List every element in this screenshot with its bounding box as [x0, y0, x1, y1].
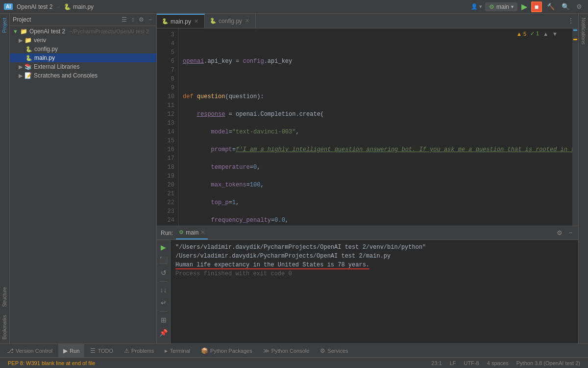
editor-wrapper: 3 4 5 6 7 8 9 10 11 12 13 14 15 16 17 18 — [157, 28, 578, 226]
right-panel-strip: Notifications — [578, 14, 588, 343]
title-actions: 👤 ▾ ⚙ main ▾ ▶ ■ 🔨 🔍 ⚙ — [471, 1, 584, 12]
todo-icon: ☰ — [90, 347, 96, 354]
code-line-10: temperature=0, — [183, 163, 568, 172]
code-line-11: max_tokens=100, — [183, 181, 568, 189]
tree-config-py[interactable]: 🐍 config.py — [10, 45, 156, 53]
run-tree-view-button[interactable]: ⊞ — [158, 315, 169, 325]
warning-count[interactable]: ▲ 5 — [516, 31, 526, 37]
run-rerun-button[interactable]: ↺ — [158, 267, 169, 278]
terminal-icon: ▸ — [165, 347, 168, 354]
run-stop-button[interactable]: ■ — [531, 1, 542, 12]
tree-external-libraries[interactable]: ▶ 📚 External Libraries — [10, 62, 156, 71]
tree-main-py[interactable]: 🐍 main.py — [10, 53, 156, 62]
tab-terminal[interactable]: ▸ Terminal — [160, 344, 195, 357]
line-ending[interactable]: LF — [446, 358, 460, 368]
tree-venv[interactable]: ▶ 📁 venv — [10, 36, 156, 45]
tab-run[interactable]: ▶ Run — [58, 344, 84, 357]
editor-tabs: 🐍 main.py ✕ 🐍 config.py ✕ ⋮ — [157, 14, 578, 28]
run-side-toolbar: ▶ ⬛ ↺ ↓↓ ↵ ⊞ 📌 — [157, 240, 171, 343]
run-tab-close[interactable]: ✕ — [200, 229, 205, 236]
python-version[interactable]: Python 3.8 (OpenAI test 2) — [513, 358, 584, 368]
sidebar-tab-bookmarks[interactable]: Bookmarks — [1, 311, 8, 343]
code-line-5 — [183, 75, 568, 83]
run-play-button[interactable]: ▶ — [520, 1, 528, 12]
terminal-process-end: Process finished with exit code 0 — [175, 269, 573, 278]
tree-root[interactable]: ▼ 📁 OpenAI test 2 ~/PycharmProjects/Open… — [10, 27, 156, 36]
file-tree-title: Project — [13, 16, 118, 23]
code-line-12: top_p=1, — [183, 198, 568, 207]
encoding[interactable]: UTF-8 — [460, 358, 483, 368]
tree-minimize-button[interactable]: − — [147, 16, 153, 24]
run-panel-minimize[interactable]: − — [566, 228, 574, 237]
tab-problems[interactable]: ⚠ Problems — [119, 344, 159, 357]
terminal-command-line: "/Users/vladimir.davydik/PycharmProjects… — [175, 243, 573, 261]
scroll-indicator[interactable] — [572, 28, 578, 226]
code-line-4: openai.api_key = config.api_key — [183, 57, 568, 66]
terminal-output[interactable]: "/Users/vladimir.davydik/PycharmProjects… — [171, 240, 578, 343]
run-again-button[interactable]: ▶ — [158, 242, 169, 253]
tab-python-console[interactable]: ≫ Python Console — [258, 344, 315, 357]
run-stop-side-button[interactable]: ⬛ — [158, 255, 169, 265]
services-icon: ⚙ — [320, 347, 325, 354]
close-config-py[interactable]: ✕ — [244, 17, 250, 25]
check-count[interactable]: ✓ 1 — [530, 30, 539, 37]
status-bar: PEP 8: W391 blank line at end of file 23… — [0, 357, 588, 368]
warning-marker — [573, 39, 577, 40]
terminal-result-text: Human life expectancy in the United Stat… — [175, 262, 369, 269]
cursor-position[interactable]: 23:1 — [427, 358, 445, 368]
problems-icon: ⚠ — [124, 347, 129, 354]
editor-scroll-down[interactable]: ▼ — [552, 31, 558, 37]
code-editor[interactable]: 3 4 5 6 7 8 9 10 11 12 13 14 15 16 17 18 — [157, 28, 572, 226]
tree-settings-button[interactable]: ⚙ — [137, 16, 146, 24]
app-name: OpenAI test 2 — [17, 3, 52, 10]
editor-status: ▲ 5 ✓ 1 ▲ ▼ — [516, 30, 558, 37]
settings-button[interactable]: ⚙ — [574, 2, 584, 11]
code-line-7: response = openai.Completion.create( — [183, 110, 568, 119]
code-line-3 — [183, 39, 568, 48]
run-panel-settings[interactable]: ⚙ — [555, 228, 564, 237]
title-bar: AI OpenAI test 2 – 🐍 main.py 👤 ▾ ⚙ main … — [0, 0, 588, 14]
search-everywhere-button[interactable]: 🔍 — [560, 2, 571, 11]
run-pin-button[interactable]: 📌 — [158, 327, 169, 338]
code-line-13: frequency_penalty=0.0, — [183, 216, 568, 225]
tree-scratches[interactable]: ▶ 📝 Scratches and Consoles — [10, 71, 156, 80]
python-console-icon: ≫ — [263, 347, 270, 354]
code-line-6: →def question(question): — [183, 92, 568, 101]
pep-warning[interactable]: PEP 8: W391 blank line at end of file — [4, 358, 99, 368]
scroll-thumb — [573, 29, 577, 31]
code-line-8: model="text-davinci-003", — [183, 128, 568, 136]
close-main-py[interactable]: ✕ — [193, 18, 199, 25]
left-sidebar-tabs: Project Structure Bookmarks — [0, 14, 10, 343]
run-panel-header: Run: ⚙ main ✕ ⚙ − — [157, 226, 578, 240]
sync-button[interactable]: ↕ — [130, 16, 136, 24]
tabs-more[interactable]: ⋮ — [564, 17, 578, 25]
run-content: ▶ ⬛ ↺ ↓↓ ↵ ⊞ 📌 "/Users/vladimir.davydik/… — [157, 240, 578, 343]
collapse-all-button[interactable]: ☰ — [120, 16, 128, 24]
notifications-tab[interactable]: Notifications — [580, 14, 587, 48]
run-icon: ▶ — [63, 347, 68, 354]
editor-scroll-toggle[interactable]: ▲ — [543, 31, 548, 37]
sidebar-tab-project[interactable]: Project — [1, 14, 8, 37]
tab-python-packages[interactable]: 📦 Python Packages — [196, 344, 257, 357]
tab-config-py[interactable]: 🐍 config.py ✕ — [205, 14, 256, 28]
tab-todo[interactable]: ☰ TODO — [85, 344, 118, 357]
build-button[interactable]: 🔨 — [545, 2, 557, 11]
code-line-9: prompt=f'I am a highly intelligent quest… — [183, 145, 568, 154]
tab-services[interactable]: ⚙ Services — [315, 344, 353, 357]
tab-version-control[interactable]: ⎇ Version Control — [2, 344, 57, 357]
run-tab-main[interactable]: ⚙ main ✕ — [176, 226, 208, 239]
file-tree-header: Project ☰ ↕ ⚙ − — [10, 14, 156, 26]
user-icon[interactable]: 👤 ▾ — [471, 3, 482, 10]
indent-setting[interactable]: 4 spaces — [483, 358, 513, 368]
version-control-icon: ⎇ — [7, 347, 14, 354]
sidebar-tab-structure[interactable]: Structure — [1, 283, 8, 311]
run-config-title[interactable]: ⚙ main ▾ — [485, 2, 517, 11]
run-panel-actions: ⚙ − — [555, 228, 574, 237]
file-tree-actions: ☰ ↕ ⚙ − — [120, 16, 153, 24]
file-tree-panel: Project ☰ ↕ ⚙ − ▼ 📁 OpenAI test 2 ~/Pych… — [10, 14, 157, 343]
tab-main-py[interactable]: 🐍 main.py ✕ — [157, 14, 205, 28]
code-content[interactable]: openai.api_key = config.api_key →def que… — [179, 28, 572, 226]
run-scroll-end-button[interactable]: ↓↓ — [158, 285, 169, 295]
terminal-result-line: Human life expectancy in the United Stat… — [175, 261, 573, 269]
run-soft-wrap-button[interactable]: ↵ — [158, 297, 169, 308]
